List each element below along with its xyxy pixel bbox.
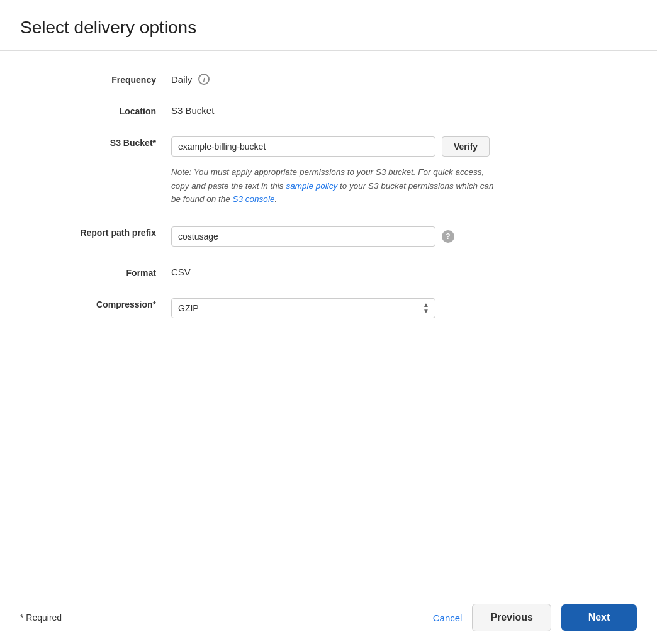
- format-row: Format CSV: [20, 264, 637, 278]
- frequency-value: Daily i: [171, 71, 637, 85]
- note-text-end: .: [274, 194, 277, 204]
- frequency-label: Frequency: [20, 71, 171, 85]
- sample-policy-link[interactable]: sample policy: [286, 181, 337, 191]
- s3-bucket-field-group: Verify Note: You must apply appropriate …: [171, 136, 498, 206]
- next-button[interactable]: Next: [561, 604, 637, 631]
- format-text: CSV: [171, 267, 191, 277]
- s3-input-row: Verify: [171, 136, 498, 157]
- s3-bucket-value-group: Verify Note: You must apply appropriate …: [171, 134, 637, 206]
- format-label: Format: [20, 264, 171, 278]
- s3-console-link[interactable]: S3 console: [233, 194, 275, 204]
- compression-select[interactable]: GZIP ZIP None: [171, 298, 435, 318]
- format-value: CSV: [171, 264, 637, 277]
- report-path-prefix-value: ?: [171, 224, 637, 247]
- location-label: Location: [20, 103, 171, 116]
- report-path-prefix-label: Report path prefix: [20, 224, 171, 238]
- location-row: Location S3 Bucket: [20, 103, 637, 116]
- frequency-row: Frequency Daily i: [20, 71, 637, 85]
- compression-value: GZIP ZIP None ▲▼: [171, 296, 637, 318]
- frequency-text: Daily: [171, 74, 192, 85]
- page-container: Select delivery options Frequency Daily …: [0, 0, 657, 644]
- page-title: Select delivery options: [20, 18, 637, 38]
- location-text: S3 Bucket: [171, 105, 214, 116]
- page-header: Select delivery options: [0, 0, 657, 51]
- s3-bucket-note: Note: You must apply appropriate permiss…: [171, 165, 498, 206]
- help-icon[interactable]: ?: [442, 230, 454, 243]
- report-path-prefix-input[interactable]: [171, 226, 435, 247]
- form-content: Frequency Daily i Location S3 Bucket S3 …: [0, 51, 657, 591]
- compression-label: Compression*: [20, 296, 171, 309]
- compression-row: Compression* GZIP ZIP None ▲▼: [20, 296, 637, 318]
- s3-bucket-row: S3 Bucket* Verify Note: You must apply a…: [20, 134, 637, 206]
- required-note: * Required: [20, 613, 62, 623]
- cancel-button[interactable]: Cancel: [433, 613, 463, 623]
- prefix-row: ?: [171, 226, 454, 247]
- report-path-prefix-row: Report path prefix ?: [20, 224, 637, 247]
- footer: * Required Cancel Previous Next: [0, 591, 657, 644]
- verify-button[interactable]: Verify: [442, 136, 490, 157]
- location-value: S3 Bucket: [171, 103, 637, 116]
- footer-buttons: Cancel Previous Next: [433, 604, 637, 631]
- s3-bucket-input[interactable]: [171, 136, 435, 157]
- info-icon[interactable]: i: [198, 74, 210, 85]
- s3-bucket-label: S3 Bucket*: [20, 134, 171, 148]
- previous-button[interactable]: Previous: [472, 604, 551, 631]
- compression-select-wrapper: GZIP ZIP None ▲▼: [171, 298, 435, 318]
